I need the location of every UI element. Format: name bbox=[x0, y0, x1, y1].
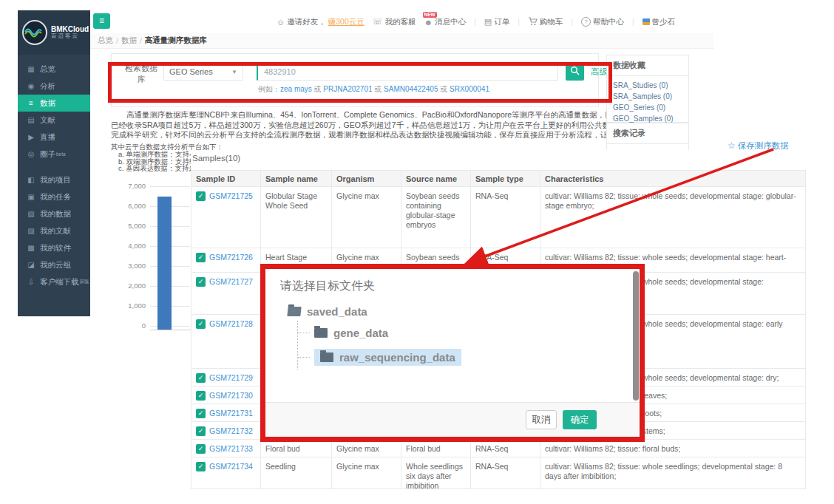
breadcrumb: 总览 / 数据 / 高通量测序数据库 bbox=[90, 33, 713, 49]
sample-link[interactable]: GSM721730 bbox=[209, 391, 253, 401]
example-link[interactable]: SRX000041 bbox=[450, 85, 489, 93]
cart-icon bbox=[528, 17, 538, 27]
star-icon: ☆ bbox=[728, 140, 736, 151]
sample-link[interactable]: GSM721729 bbox=[209, 373, 253, 383]
sidebar-item-overview[interactable]: ▦总览 bbox=[18, 61, 90, 78]
collection-geo-series[interactable]: GEO_Series (0) bbox=[613, 102, 682, 113]
sidebar-item-my-data[interactable]: ▧我的数据 bbox=[18, 205, 90, 222]
folder-open-icon bbox=[287, 307, 301, 316]
sample-link[interactable]: GSM721727 bbox=[209, 277, 253, 287]
row-checkbox[interactable]: ✓ bbox=[196, 444, 206, 454]
user-name: 曾少石 bbox=[652, 17, 676, 27]
search-icon bbox=[570, 66, 580, 78]
row-checkbox[interactable]: ✓ bbox=[196, 191, 206, 201]
sample-link[interactable]: GSM721731 bbox=[209, 409, 253, 418]
literature-icon: ▤ bbox=[26, 116, 36, 124]
database-select[interactable]: GEO Series▼ bbox=[163, 63, 243, 81]
sidebar-item-my-cloud-group[interactable]: ◪我的云组 bbox=[18, 256, 90, 273]
sidebar-item-data[interactable]: ≡数据 bbox=[18, 95, 90, 112]
tree-node-raw-sequencing-data[interactable]: raw_sequencing_data bbox=[298, 345, 461, 370]
example-link[interactable]: PRJNA202701 bbox=[323, 85, 372, 93]
client-download-sup-badge: 新版 bbox=[80, 279, 89, 285]
analysis-icon: ◉ bbox=[26, 82, 36, 90]
row-checkbox[interactable]: ✓ bbox=[196, 277, 206, 287]
example-link[interactable]: zea mays bbox=[280, 85, 312, 93]
sample-link[interactable]: GSM721726 bbox=[209, 253, 253, 262]
row-checkbox[interactable]: ✓ bbox=[196, 391, 206, 401]
my-literature-icon: ▨ bbox=[26, 227, 36, 235]
example-link[interactable]: SAMN04422405 bbox=[384, 85, 438, 93]
sidebar-item-my-software[interactable]: ▩我的软件 bbox=[18, 239, 90, 256]
folder-tree: saved_data gene_data raw_sequencing_data bbox=[288, 302, 461, 370]
sidebar-item-my-projects[interactable]: ◧我的项目 bbox=[18, 171, 90, 188]
save-sequencing-data-link[interactable]: ☆保存测序数据 bbox=[728, 140, 789, 151]
logo-subtitle: 百迈客云 bbox=[51, 33, 89, 39]
y-tick-label: 7,000 bbox=[104, 182, 146, 190]
table-row: ✓GSM721734 Seedling Glycine max Whole se… bbox=[191, 457, 805, 488]
customer-service-link[interactable]: ☏ 我的客服 bbox=[373, 17, 416, 27]
tree-node-saved-data[interactable]: saved_data bbox=[288, 302, 461, 321]
sample-link[interactable]: GSM721728 bbox=[209, 319, 253, 329]
dialog-footer: 取消 确定 bbox=[265, 402, 640, 437]
sample-link[interactable]: GSM721732 bbox=[209, 426, 253, 436]
sidebar-item-analysis[interactable]: ◉分析 bbox=[18, 78, 90, 95]
row-checkbox[interactable]: ✓ bbox=[196, 409, 206, 418]
selected-folder-highlight: raw_sequencing_data bbox=[314, 349, 461, 366]
sidebar-item-circle[interactable]: ◎圈子beta bbox=[18, 146, 90, 163]
confirm-button[interactable]: 确定 bbox=[563, 410, 597, 429]
results-bar-chart: 7,000 6,000 5,000 4,000 3,000 2,000 1,00… bbox=[104, 182, 192, 338]
breadcrumb-section[interactable]: 数据 bbox=[121, 35, 137, 46]
data-icon: ≡ bbox=[26, 99, 36, 107]
collections-title: 数据收藏 bbox=[607, 55, 688, 76]
help-center-link[interactable]: ? 帮助中心 bbox=[581, 17, 624, 27]
search-button[interactable] bbox=[566, 63, 584, 81]
user-message-icon: ☻ bbox=[424, 18, 433, 27]
circle-sup-badge: beta bbox=[56, 151, 66, 157]
breadcrumb-home[interactable]: 总览 bbox=[98, 35, 113, 46]
live-icon: ▶ bbox=[26, 133, 36, 141]
dialog-title: 请选择目标文件夹 bbox=[280, 279, 375, 294]
y-tick-label: 3,000 bbox=[104, 262, 146, 270]
divider: | bbox=[474, 18, 476, 26]
sidebar-item-client-download[interactable]: ⇩客户端下载新版 bbox=[18, 273, 90, 290]
y-tick-label: 4,000 bbox=[104, 242, 146, 250]
collection-sra-studies[interactable]: SRA_Studies (0) bbox=[613, 80, 682, 91]
sidebar-item-literature[interactable]: ▤文献 bbox=[18, 112, 90, 129]
cancel-button[interactable]: 取消 bbox=[526, 410, 557, 429]
sample-link[interactable]: GSM721725 bbox=[209, 191, 253, 201]
sidebar-toggle-button[interactable]: ≡ bbox=[93, 13, 110, 29]
invite-friends-link[interactable]: ☺ 邀请好友，赚300云豆 bbox=[277, 17, 365, 27]
sidebar-item-my-literature[interactable]: ▨我的文献 bbox=[18, 222, 90, 239]
user-menu[interactable]: 曾少石 bbox=[643, 17, 676, 27]
cart-link[interactable]: 购物车 bbox=[528, 17, 563, 27]
sample-link[interactable]: GSM721734 bbox=[209, 462, 253, 471]
orders-link[interactable]: ▤ 订单 bbox=[484, 17, 509, 27]
row-checkbox[interactable]: ✓ bbox=[196, 319, 206, 329]
sample-link[interactable]: GSM721733 bbox=[209, 444, 253, 454]
my-software-icon: ▩ bbox=[26, 244, 36, 252]
y-tick-label: 6,000 bbox=[104, 202, 146, 210]
message-center-link[interactable]: NEW ☻ 消息中心 bbox=[424, 17, 467, 27]
divider: | bbox=[571, 18, 573, 26]
my-data-icon: ▧ bbox=[26, 210, 36, 218]
sidebar-item-my-tasks[interactable]: ▣我的任务 bbox=[18, 188, 90, 205]
table-header-row: Sample ID Sample name Organism Source na… bbox=[191, 171, 805, 187]
invite-icon: ☺ bbox=[277, 18, 285, 27]
folder-picker-dialog: 请选择目标文件夹 saved_data gene_data raw_sequen… bbox=[260, 264, 645, 442]
my-cloud-group-icon: ◪ bbox=[26, 261, 36, 269]
search-db-label: 检索数据库 bbox=[122, 63, 160, 85]
dialog-scrollbar[interactable] bbox=[633, 271, 639, 401]
row-checkbox[interactable]: ✓ bbox=[196, 426, 206, 436]
breadcrumb-current: 高通量测序数据库 bbox=[145, 35, 207, 46]
table-row: ✓GSM721733 Floral bud Glycine max Floral… bbox=[191, 440, 805, 457]
sidebar-item-live[interactable]: ▶直播 bbox=[18, 129, 90, 146]
row-checkbox[interactable]: ✓ bbox=[196, 253, 206, 262]
tree-node-gene-data[interactable]: gene_data bbox=[298, 321, 461, 345]
search-input[interactable] bbox=[257, 63, 558, 81]
collection-sra-samples[interactable]: SRA_Samples (0) bbox=[613, 91, 682, 102]
chevron-down-icon: ▼ bbox=[231, 69, 237, 75]
row-checkbox[interactable]: ✓ bbox=[196, 373, 206, 383]
search-history-title: 搜索记录 bbox=[607, 123, 688, 144]
row-checkbox[interactable]: ✓ bbox=[196, 462, 206, 471]
headset-icon: ☏ bbox=[373, 17, 383, 27]
